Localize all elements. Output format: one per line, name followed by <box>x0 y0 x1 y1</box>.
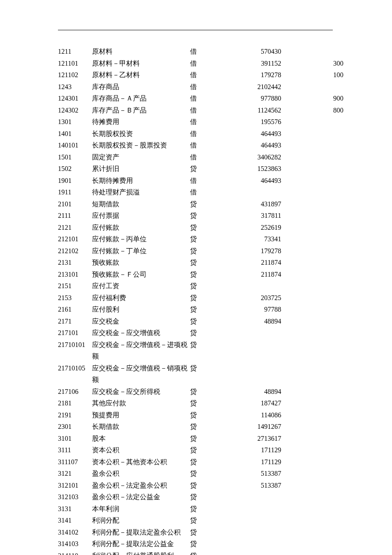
amount: 513387 <box>205 468 281 480</box>
account-name: 预收账款－Ｆ公司 <box>92 269 190 280</box>
quantity <box>281 456 343 468</box>
table-row: 1401长期股权投资借464493 <box>58 128 347 140</box>
amount <box>205 550 281 555</box>
amount: 1491267 <box>205 421 281 433</box>
amount <box>205 515 281 526</box>
account-name: 应交税金 <box>92 315 190 327</box>
amount <box>205 280 281 292</box>
account-code: 212102 <box>58 245 92 257</box>
quantity <box>281 46 343 58</box>
account-code: 3101 <box>58 433 92 445</box>
table-row: 314102利润分配－提取法定盈余公积贷 <box>58 526 347 538</box>
table-row: 2151应付工资贷 <box>58 280 347 292</box>
amount: 73341 <box>205 233 281 245</box>
debit-credit-flag: 借 <box>190 58 205 69</box>
table-row: 2121应付账款贷252619 <box>58 222 347 234</box>
table-row: 140101长期股权投资－股票投资借464493 <box>58 139 347 151</box>
account-code: 2111 <box>58 210 92 222</box>
account-code: 1211 <box>58 46 92 58</box>
debit-credit-flag: 借 <box>190 92 205 104</box>
account-code: 217106 <box>58 386 92 398</box>
account-code: 2191 <box>58 409 92 421</box>
table-row: 213101预收账款－Ｆ公司贷211874 <box>58 269 347 280</box>
account-name: 应交税金－应交增值税－进项税额 <box>92 339 190 362</box>
table-row: 21710105应交税金－应交增值税－销项税额贷 <box>58 362 347 386</box>
quantity <box>281 257 343 269</box>
account-code: 212101 <box>58 233 92 245</box>
debit-credit-flag: 贷 <box>190 163 205 175</box>
account-code: 1501 <box>58 151 92 163</box>
quantity <box>281 233 343 245</box>
amount <box>205 339 281 362</box>
account-code: 1502 <box>58 163 92 175</box>
debit-credit-flag: 贷 <box>190 257 205 269</box>
account-code: 1301 <box>58 116 92 128</box>
account-name: 应付股利 <box>92 304 190 315</box>
quantity <box>281 550 343 555</box>
amount: 48894 <box>205 315 281 327</box>
table-row: 312101盈余公积－法定盈余公积贷513387 <box>58 480 347 491</box>
table-row: 1911待处理财产损溢借 <box>58 186 347 198</box>
debit-credit-flag: 贷 <box>190 503 205 515</box>
account-code: 3141 <box>58 515 92 526</box>
debit-credit-flag: 贷 <box>190 491 205 503</box>
quantity <box>281 222 343 234</box>
account-name: 长期借款 <box>92 421 190 433</box>
quantity <box>281 538 343 550</box>
account-name: 本年利润 <box>92 503 190 515</box>
amount: 2713617 <box>205 433 281 445</box>
account-code: 124302 <box>58 104 92 116</box>
table-row: 311107资本公积－其他资本公积贷171129 <box>58 456 347 468</box>
quantity <box>281 327 343 339</box>
account-name: 库存商品 <box>92 81 190 93</box>
quantity <box>281 139 343 151</box>
amount: 513387 <box>205 480 281 491</box>
account-code: 2121 <box>58 222 92 234</box>
debit-credit-flag: 借 <box>190 81 205 93</box>
table-row: 2301长期借款贷1491267 <box>58 421 347 433</box>
debit-credit-flag: 贷 <box>190 222 205 234</box>
account-name: 固定资产 <box>92 151 190 163</box>
quantity <box>281 151 343 163</box>
account-code: 2151 <box>58 280 92 292</box>
debit-credit-flag: 借 <box>190 151 205 163</box>
amount <box>205 491 281 503</box>
table-row: 212102应付账款－丁单位贷179278 <box>58 245 347 257</box>
debit-credit-flag: 贷 <box>190 245 205 257</box>
debit-credit-flag: 借 <box>190 186 205 198</box>
table-row: 1502累计折旧贷1523863 <box>58 163 347 175</box>
quantity <box>281 292 343 304</box>
table-row: 2153应付福利费贷203725 <box>58 292 347 304</box>
amount: 171129 <box>205 444 281 456</box>
table-row: 2181其他应付款贷187427 <box>58 397 347 409</box>
account-code: 2171 <box>58 315 92 327</box>
amount <box>205 362 281 386</box>
account-name: 应交税金－应交所得税 <box>92 386 190 398</box>
quantity <box>281 245 343 257</box>
table-row: 2171应交税金贷48894 <box>58 315 347 327</box>
account-code: 3131 <box>58 503 92 515</box>
account-name: 库存商品－Ａ产品 <box>92 92 190 104</box>
quantity <box>281 210 343 222</box>
quantity <box>281 116 343 128</box>
quantity <box>281 175 343 187</box>
debit-credit-flag: 贷 <box>190 339 205 362</box>
amount: 391152 <box>205 58 281 69</box>
account-name: 盈余公积－法定盈余公积 <box>92 480 190 491</box>
quantity: 100 <box>281 69 343 81</box>
table-row: 3141利润分配贷 <box>58 515 347 526</box>
account-code: 314103 <box>58 538 92 550</box>
account-code: 3121 <box>58 468 92 480</box>
quantity <box>281 315 343 327</box>
debit-credit-flag: 贷 <box>190 421 205 433</box>
account-code: 314102 <box>58 526 92 538</box>
account-code: 1911 <box>58 186 92 198</box>
debit-credit-flag: 借 <box>190 116 205 128</box>
account-name: 应付账款－丁单位 <box>92 245 190 257</box>
account-name: 盈余公积 <box>92 468 190 480</box>
account-code: 311107 <box>58 456 92 468</box>
amount <box>205 327 281 339</box>
account-code: 3111 <box>58 444 92 456</box>
account-name: 其他应付款 <box>92 397 190 409</box>
amount <box>205 538 281 550</box>
